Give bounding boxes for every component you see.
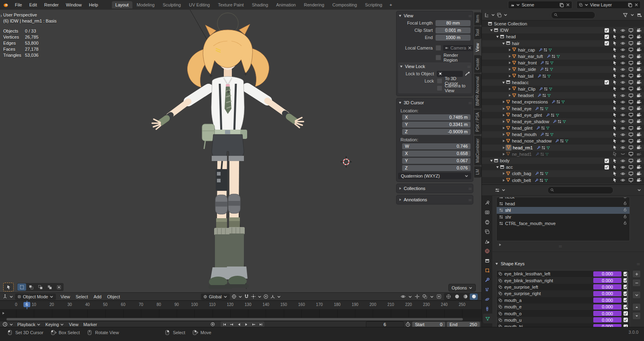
outliner-row-idw[interactable]: IDW bbox=[482, 27, 644, 33]
disclosure-open-icon[interactable] bbox=[495, 35, 500, 39]
menu-edit[interactable]: Edit bbox=[26, 1, 40, 8]
render-enable-checkbox[interactable] bbox=[605, 28, 609, 33]
overlays-icon[interactable] bbox=[422, 294, 427, 299]
viewport-toggle-icon[interactable] bbox=[628, 151, 634, 157]
workspace-tab-modeling[interactable]: Modeling bbox=[133, 1, 159, 8]
timeline-track-area[interactable] bbox=[0, 309, 481, 318]
outliner-row-body[interactable]: body bbox=[482, 157, 644, 164]
selectable-toggle-icon[interactable] bbox=[612, 119, 617, 124]
outliner-row-hair-side[interactable]: hair_side bbox=[482, 66, 644, 72]
select-mode-new[interactable] bbox=[17, 283, 26, 291]
pivot-point-icon[interactable] bbox=[231, 294, 237, 299]
sidebar-tab-psk-psa[interactable]: PSK / PSA bbox=[474, 110, 481, 134]
visibility-toggle-icon[interactable] bbox=[620, 178, 625, 183]
disclosure-closed-icon[interactable] bbox=[502, 139, 506, 143]
properties-tab-view-layer[interactable] bbox=[482, 227, 492, 236]
visibility-toggle-icon[interactable] bbox=[620, 126, 625, 131]
sidebar-tab-create[interactable]: Create bbox=[474, 55, 481, 73]
visibility-toggle-icon[interactable] bbox=[620, 99, 625, 105]
toolbar-expand-arrow[interactable]: › bbox=[0, 13, 2, 19]
workspace-tab-scripting[interactable]: Scripting bbox=[361, 1, 386, 8]
value-field-focal-length[interactable]: 80 mm bbox=[436, 20, 471, 26]
previous-keyframe-button[interactable] bbox=[228, 322, 235, 327]
vertex-group-ctrl_face_mouth_move[interactable]: CTRL_face_mouth_move bbox=[497, 220, 630, 227]
outliner-row-head-mouth[interactable]: head_mouth bbox=[482, 131, 644, 138]
new-collection-icon[interactable] bbox=[637, 12, 642, 18]
outliner-row-head-eye-shadow[interactable]: head_eye_shadow bbox=[482, 118, 644, 125]
shape-key-eye_surprise_left[interactable]: eye_surprise_left0.000 bbox=[497, 284, 630, 290]
render-toggle-icon[interactable] bbox=[636, 41, 642, 46]
visibility-toggle-icon[interactable] bbox=[620, 171, 625, 176]
workspace-tab-sculpting[interactable]: Sculpting bbox=[159, 1, 184, 8]
outliner-row-head[interactable]: head bbox=[482, 33, 644, 40]
cursor-panel-header[interactable]: 3D Cursor:::::: bbox=[398, 99, 471, 106]
selectable-toggle-icon[interactable] bbox=[612, 158, 617, 163]
outliner-row-hair-front[interactable]: hair_front bbox=[482, 60, 644, 66]
disclosure-closed-icon[interactable] bbox=[502, 126, 506, 130]
panel-grip[interactable]: :::::: bbox=[469, 187, 471, 190]
disclosure-closed-icon[interactable] bbox=[502, 113, 506, 117]
viewport-menu-select[interactable]: Select bbox=[73, 294, 91, 299]
panel-grip[interactable]: :::::: bbox=[469, 14, 471, 18]
menu-window[interactable]: Window bbox=[63, 1, 85, 8]
disclosure-closed-icon[interactable] bbox=[508, 67, 512, 71]
selectable-toggle-icon[interactable] bbox=[612, 28, 617, 33]
outliner-row-hair-tail[interactable]: hair_tail bbox=[482, 73, 644, 79]
play-reverse-button[interactable] bbox=[235, 322, 242, 327]
outliner-row-hair-clip[interactable]: hair_Clip bbox=[482, 86, 644, 92]
jump-to-start-button[interactable] bbox=[221, 322, 228, 327]
shape-key-mouth_u[interactable]: mouth_u0.000 bbox=[497, 317, 630, 323]
shape-key-value-slider[interactable]: 0.000 bbox=[593, 278, 621, 283]
viewport-3d[interactable]: › User Perspective (6) IDW | head_rm1 : … bbox=[0, 10, 481, 300]
shape-key-value-slider[interactable]: 0.000 bbox=[593, 304, 621, 310]
outliner-row-head-expressions[interactable]: head_expressions bbox=[482, 99, 644, 105]
mode-dropdown[interactable]: Object Mode bbox=[15, 293, 56, 300]
editor-type-icon[interactable] bbox=[2, 322, 8, 327]
disclosure-closed-icon[interactable] bbox=[502, 120, 506, 124]
render-toggle-icon[interactable] bbox=[636, 54, 642, 59]
shape-key-mute-checkbox[interactable] bbox=[623, 311, 628, 316]
cursor-location-y[interactable]: Y0.3341 m bbox=[402, 122, 471, 128]
move-shape-key-up-button[interactable] bbox=[632, 303, 641, 311]
selectable-toggle-icon[interactable] bbox=[612, 47, 617, 52]
shading-material[interactable] bbox=[461, 293, 469, 300]
visibility-toggle-icon[interactable] bbox=[620, 67, 625, 72]
visibility-toggle-icon[interactable] bbox=[620, 132, 625, 137]
disclosure-closed-icon[interactable] bbox=[502, 152, 506, 156]
properties-tab-tool[interactable] bbox=[482, 198, 492, 207]
viewport-toggle-icon[interactable] bbox=[628, 41, 634, 46]
local-camera-checkbox[interactable] bbox=[436, 45, 441, 51]
workspace-tab-texture-paint[interactable]: Texture Paint bbox=[214, 1, 247, 8]
properties-tab-world[interactable] bbox=[482, 246, 492, 256]
render-enable-checkbox[interactable] bbox=[605, 165, 609, 169]
eyedropper-icon[interactable] bbox=[465, 71, 470, 76]
selectable-toggle-icon[interactable] bbox=[612, 106, 617, 111]
checkbox-camera-to-view[interactable] bbox=[437, 85, 442, 91]
disclosure-open-icon[interactable] bbox=[489, 28, 493, 32]
disclosure-closed-icon[interactable] bbox=[508, 74, 512, 78]
render-enable-checkbox[interactable] bbox=[605, 80, 609, 85]
viewport-toggle-icon[interactable] bbox=[628, 171, 634, 176]
properties-tab-scene[interactable] bbox=[482, 236, 492, 246]
render-toggle-icon[interactable] bbox=[636, 93, 642, 98]
cursor-rotation-w[interactable]: W0.746 bbox=[402, 143, 471, 149]
selectable-toggle-icon[interactable] bbox=[612, 126, 617, 131]
panel-grip[interactable]: :::::: bbox=[637, 262, 640, 266]
shape-key-value-slider[interactable]: 0.000 bbox=[593, 291, 621, 296]
add-workspace-button[interactable]: + bbox=[387, 2, 395, 8]
vertex-group-shr[interactable]: shr bbox=[497, 214, 630, 221]
orientation-dropdown[interactable]: Global bbox=[201, 293, 230, 300]
cursor-rotation-z[interactable]: Z0.076 bbox=[402, 165, 471, 171]
visibility-toggle-icon[interactable] bbox=[620, 47, 625, 52]
menu-render[interactable]: Render bbox=[41, 1, 62, 8]
viewport-toggle-icon[interactable] bbox=[628, 28, 634, 33]
shape-key-value-slider[interactable]: 0.000 bbox=[593, 271, 621, 277]
shape-keys-panel-header[interactable]: Shape Keys :::::: bbox=[495, 261, 640, 266]
editor-type-icon[interactable] bbox=[495, 188, 500, 193]
disclosure-open-icon[interactable] bbox=[502, 41, 506, 45]
render-enable-checkbox[interactable] bbox=[605, 41, 609, 45]
sidebar-tab-item[interactable]: Item bbox=[474, 12, 481, 25]
viewport-toggle-icon[interactable] bbox=[628, 99, 634, 105]
outliner-search-input[interactable] bbox=[551, 11, 595, 19]
viewport-toggle-icon[interactable] bbox=[628, 178, 634, 183]
